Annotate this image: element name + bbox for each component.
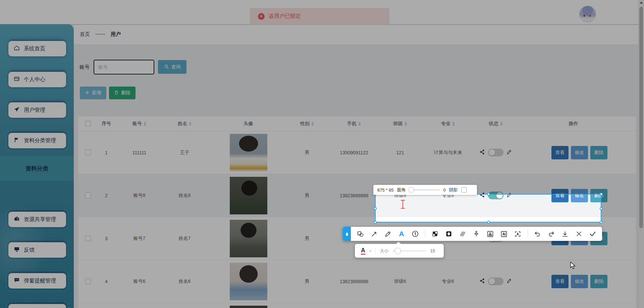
home-icon xyxy=(14,45,20,52)
sidebar-subitem-category[interactable]: 资料分类 xyxy=(0,156,74,181)
search-row: 账号 xyxy=(79,60,154,74)
sidebar-item-popup-reminder[interactable]: 弹窗提醒管理 xyxy=(8,273,66,289)
search-input[interactable] xyxy=(94,60,154,74)
close-icon[interactable] xyxy=(575,230,583,238)
row-delete-button[interactable]: 删除 xyxy=(590,146,607,159)
sort-caret-icon[interactable] xyxy=(500,122,503,126)
col-class[interactable]: 班级 xyxy=(385,121,415,127)
row-checkbox[interactable] xyxy=(85,278,91,284)
sort-caret-icon[interactable] xyxy=(452,122,455,126)
share-icon[interactable] xyxy=(480,278,485,285)
cell-name: 姓名7 xyxy=(164,236,206,242)
delete-button[interactable]: 删除 xyxy=(109,87,136,99)
text-icon[interactable]: A xyxy=(397,230,406,238)
shadow-label: 阴影 xyxy=(449,187,458,193)
cell-phone: 13823888886 xyxy=(323,279,385,284)
col-account[interactable]: 账号 xyxy=(115,121,164,127)
blur-icon[interactable] xyxy=(445,230,453,238)
arrow-icon[interactable] xyxy=(370,230,378,238)
col-gender[interactable]: 性别 xyxy=(291,121,323,127)
sidebar-item-profile[interactable]: 个人中心 xyxy=(8,72,66,87)
resize-handle[interactable] xyxy=(374,221,377,224)
sidebar-item-home[interactable]: 系统首页 xyxy=(8,41,66,56)
sidebar-item-feedback[interactable]: 反馈 xyxy=(8,242,66,258)
mosaic-icon[interactable] xyxy=(431,230,439,238)
share-icon[interactable] xyxy=(480,149,485,156)
edit-button[interactable]: 修改 xyxy=(571,146,588,159)
query-button[interactable]: 查询 xyxy=(158,60,186,74)
row-checkbox[interactable] xyxy=(85,236,91,241)
clip-icon[interactable] xyxy=(486,230,494,238)
sort-caret-icon[interactable] xyxy=(311,122,314,126)
sidebar-item-report-records[interactable]: 举报记录管理 xyxy=(8,304,66,308)
user-avatar[interactable] xyxy=(579,6,596,22)
sort-caret-icon[interactable] xyxy=(358,122,361,126)
app-screen: ✕ 该用户已锁定 系统首页 个人中心 用户管理 资料分类管理 资料分类 xyxy=(0,0,644,308)
view-button[interactable]: 查看 xyxy=(551,275,569,288)
user-photo xyxy=(230,134,267,171)
snip-selection-region[interactable] xyxy=(375,194,601,222)
pen-icon[interactable] xyxy=(384,230,392,238)
eraser-icon[interactable] xyxy=(459,230,467,238)
resize-handle[interactable] xyxy=(600,193,603,196)
sort-caret-icon[interactable] xyxy=(189,122,192,126)
sidebar-item-resource-share[interactable]: 资源共享管理 xyxy=(8,212,66,227)
sidebar-subitem-label: 资料分类 xyxy=(25,165,48,172)
undo-icon[interactable] xyxy=(534,230,542,238)
col-phone[interactable]: 手机 xyxy=(323,121,385,127)
corner-radius-slider[interactable] xyxy=(409,189,440,191)
shadow-checkbox[interactable] xyxy=(461,187,467,193)
plus-icon xyxy=(85,90,90,96)
col-name[interactable]: 姓名 xyxy=(164,121,206,127)
status-toggle[interactable] xyxy=(488,149,503,156)
text-size-slider[interactable] xyxy=(392,250,426,252)
scrollbar-thumb[interactable] xyxy=(639,7,643,228)
sidebar-item-category-mgmt[interactable]: 资料分类管理 xyxy=(8,133,66,148)
scroll-up-icon[interactable] xyxy=(640,1,643,4)
cell-serial: 2 xyxy=(98,193,115,198)
sidebar-item-users[interactable]: 用户管理 xyxy=(8,102,66,118)
sidebar-item-label: 用户管理 xyxy=(24,107,45,114)
sort-caret-icon[interactable] xyxy=(144,122,146,126)
col-actions: 操作 xyxy=(511,121,636,127)
step-number-icon[interactable] xyxy=(411,230,419,238)
corner-radius-value: 0 xyxy=(443,188,445,193)
scrollbar[interactable] xyxy=(638,0,644,308)
view-button[interactable]: 查看 xyxy=(551,146,569,159)
edit-button[interactable]: 修改 xyxy=(571,275,588,288)
row-checkbox[interactable] xyxy=(85,193,91,198)
resize-handle[interactable] xyxy=(374,207,377,210)
pin-icon[interactable] xyxy=(472,230,480,238)
ocr-icon[interactable] xyxy=(514,230,522,238)
text-color-picker[interactable]: A xyxy=(361,247,365,255)
shape-icon[interactable] xyxy=(356,230,364,238)
cell-serial: 3 xyxy=(98,236,115,241)
resize-handle[interactable] xyxy=(600,207,603,210)
user-photo xyxy=(230,306,267,308)
download-icon[interactable] xyxy=(561,230,569,238)
cell-serial: 4 xyxy=(98,279,115,284)
status-toggle[interactable] xyxy=(488,277,503,285)
top-header: ✕ 该用户已锁定 xyxy=(0,0,644,25)
error-circle-icon: ✕ xyxy=(258,13,265,20)
row-delete-button[interactable]: 删除 xyxy=(590,275,607,288)
row-checkbox[interactable] xyxy=(85,150,91,155)
cell-name: 姓名6 xyxy=(164,278,206,285)
resize-handle[interactable] xyxy=(487,193,490,196)
chat-icon xyxy=(14,277,20,285)
sort-caret-icon[interactable] xyxy=(405,122,407,126)
select-all-checkbox[interactable] xyxy=(85,121,91,126)
translate-icon[interactable] xyxy=(500,230,508,238)
col-major[interactable]: 专业 xyxy=(415,121,481,127)
col-status[interactable]: 状态 xyxy=(481,121,511,127)
breadcrumb-home[interactable]: 首页 xyxy=(80,31,90,38)
id-card-icon xyxy=(14,76,20,83)
redo-icon[interactable] xyxy=(547,230,555,238)
chevron-down-icon[interactable]: ˅ xyxy=(369,249,371,253)
resize-handle[interactable] xyxy=(487,221,490,224)
resize-handle[interactable] xyxy=(600,221,603,224)
cell-name: 王子 xyxy=(164,150,206,156)
droplet-icon[interactable] xyxy=(343,227,351,241)
confirm-icon[interactable] xyxy=(589,230,597,238)
add-button[interactable]: 新增 xyxy=(80,87,106,99)
